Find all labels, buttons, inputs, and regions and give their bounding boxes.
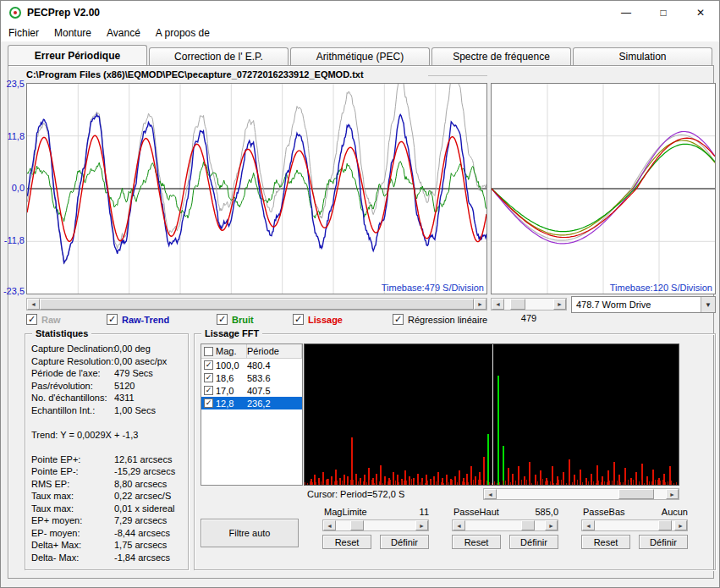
passehaut-value: 585,0 xyxy=(511,507,558,517)
fft-bar xyxy=(535,483,536,485)
fft-bar xyxy=(425,483,426,485)
passebas-slider[interactable]: ◄► xyxy=(581,519,688,531)
slider-left-arrow-icon[interactable]: ◄ xyxy=(582,520,595,530)
menu-item-2[interactable]: Avancé xyxy=(99,25,148,41)
slider-left-arrow-icon[interactable]: ◄ xyxy=(323,520,336,530)
checkbox-icon[interactable]: ✓ xyxy=(107,314,118,325)
slider-thumb[interactable] xyxy=(521,520,535,530)
tab-2[interactable]: Arithmétique (PEC) xyxy=(290,47,430,65)
scroll-left-arrow-icon[interactable]: ◄ xyxy=(27,299,40,310)
mag-column-header[interactable]: Mag. xyxy=(216,344,247,358)
fft-bar xyxy=(446,482,447,485)
slider-right-arrow-icon[interactable]: ► xyxy=(545,520,558,530)
statistics-rows: Capture Declination:0,00 degCapture Reso… xyxy=(31,343,185,563)
chevron-down-icon[interactable]: ▼ xyxy=(701,297,715,312)
series-toggle-0[interactable]: ✓Raw xyxy=(26,313,61,326)
maglimite-slider[interactable]: ◄► xyxy=(322,519,429,531)
fft-table-row[interactable]: ✓17,0407.5 xyxy=(201,384,302,397)
overlay-scrollbar[interactable]: ◄ ► xyxy=(491,298,567,310)
fft-bar xyxy=(398,482,399,485)
close-button[interactable]: ✕ xyxy=(682,1,719,25)
fft-bar xyxy=(503,481,503,485)
slider-right-arrow-icon[interactable]: ► xyxy=(415,520,428,530)
scrollbar-track[interactable] xyxy=(40,299,474,310)
period-column-header[interactable]: Période xyxy=(247,344,302,358)
menu-item-1[interactable]: Monture xyxy=(47,25,99,41)
slider-track[interactable] xyxy=(465,520,545,530)
fft-bar xyxy=(371,480,372,485)
stat-value: 1,75 arcsecs xyxy=(114,540,167,550)
fft-bar xyxy=(374,483,375,485)
fft-spectrum[interactable] xyxy=(304,343,679,486)
row-mag: 100,0 xyxy=(216,360,247,371)
maximize-button[interactable]: □ xyxy=(645,1,682,25)
row-checkbox[interactable]: ✓ xyxy=(204,373,213,382)
fft-table-row[interactable]: ✓18,6583.6 xyxy=(201,371,302,384)
fft-bar xyxy=(483,457,485,485)
fft-scrollbar[interactable]: ◄ ► xyxy=(483,488,679,500)
fft-bar xyxy=(494,481,495,485)
scrollbar-track[interactable] xyxy=(504,299,553,310)
menu-item-0[interactable]: Fichier xyxy=(1,25,47,41)
scrollbar-thumb[interactable] xyxy=(618,489,654,499)
slider-left-arrow-icon[interactable]: ◄ xyxy=(453,520,465,530)
scroll-right-arrow-icon[interactable]: ► xyxy=(474,299,486,310)
tab-1[interactable]: Correction de l' E.P. xyxy=(149,47,289,65)
checkbox-icon[interactable]: ✓ xyxy=(217,314,228,325)
worm-drive-combobox[interactable]: 478.7 Worm Drive ▼ xyxy=(571,296,716,313)
fft-bar xyxy=(487,434,489,485)
row-checkbox[interactable]: ✓ xyxy=(204,360,213,370)
slider-track[interactable] xyxy=(595,520,674,530)
scrollbar-track[interactable] xyxy=(497,489,666,499)
tab-3[interactable]: Spectre de fréquence xyxy=(431,47,571,65)
caption-divider xyxy=(428,75,487,76)
series-toggle-2[interactable]: ✓Bruit xyxy=(217,313,254,326)
fft-bar xyxy=(305,482,305,485)
fft-bar xyxy=(639,481,640,485)
lissage-fft-title: Lissage FFT xyxy=(201,328,262,338)
fft-bar xyxy=(671,481,672,485)
scroll-right-arrow-icon[interactable]: ► xyxy=(553,299,566,310)
scrollbar-thumb[interactable] xyxy=(510,299,525,310)
stat-label: No. d'échantillons: xyxy=(31,393,114,403)
menu-item-3[interactable]: A propos de xyxy=(148,25,217,41)
series-toggle-4[interactable]: ✓Régression linéaire xyxy=(393,313,487,326)
fft-table-row[interactable]: ✓12,8236,2 xyxy=(201,397,302,409)
passebas-definir-button[interactable]: Définir xyxy=(639,535,688,549)
series-toggle-label: Lissage xyxy=(308,315,343,325)
series-toggle-3[interactable]: ✓Lissage xyxy=(293,313,343,326)
tab-4[interactable]: Simulation xyxy=(573,47,712,65)
passehaut-definir-button[interactable]: Définir xyxy=(509,535,558,549)
fft-cursor-line[interactable] xyxy=(492,344,493,485)
series-toggle-1[interactable]: ✓Raw-Trend xyxy=(107,313,169,326)
scroll-left-arrow-icon[interactable]: ◄ xyxy=(492,299,504,310)
fft-bar xyxy=(385,483,386,485)
header-checkbox[interactable] xyxy=(204,347,213,356)
passehaut-slider[interactable]: ◄► xyxy=(452,519,558,531)
scroll-left-arrow-icon[interactable]: ◄ xyxy=(484,489,497,499)
slider-track[interactable] xyxy=(336,520,415,530)
worm-cycle-overlay-chart: Timebase:120 S/Division xyxy=(491,83,716,294)
fft-bar xyxy=(519,480,519,485)
slider-thumb[interactable] xyxy=(658,520,672,530)
main-chart-scrollbar[interactable]: ◄ ► xyxy=(26,298,487,310)
maglimite-reset-button[interactable]: Reset xyxy=(322,535,371,549)
fft-table-row[interactable]: ✓100,0480.4 xyxy=(201,359,302,371)
checkbox-icon[interactable]: ✓ xyxy=(26,314,37,325)
checkbox-icon[interactable]: ✓ xyxy=(393,314,404,325)
minimize-button[interactable]: — xyxy=(607,1,645,25)
fft-bar xyxy=(484,481,485,485)
scroll-right-arrow-icon[interactable]: ► xyxy=(666,489,679,499)
slider-thumb[interactable] xyxy=(350,520,364,530)
passebas-reset-button[interactable]: Reset xyxy=(581,535,630,549)
passehaut-reset-button[interactable]: Reset xyxy=(452,535,501,549)
row-checkbox[interactable]: ✓ xyxy=(204,398,213,408)
scrollbar-thumb[interactable] xyxy=(40,299,474,310)
stat-label: Delta- Max: xyxy=(31,552,114,563)
slider-right-arrow-icon[interactable]: ► xyxy=(674,520,687,530)
filtre-auto-button[interactable]: Filtre auto xyxy=(201,519,299,547)
checkbox-icon[interactable]: ✓ xyxy=(293,314,304,325)
row-checkbox[interactable]: ✓ xyxy=(204,386,213,395)
tab-0[interactable]: Erreur Périodique xyxy=(8,45,147,65)
maglimite-definir-button[interactable]: Définir xyxy=(380,535,429,549)
